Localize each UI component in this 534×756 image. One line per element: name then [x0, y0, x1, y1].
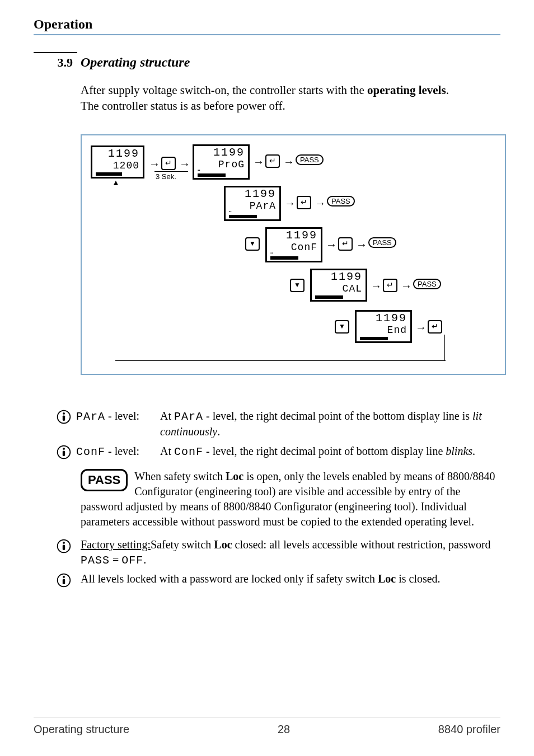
pass-pill: PASS — [413, 279, 441, 289]
info-label: PArA - level: — [76, 408, 160, 439]
pass-badge: PASS — [81, 469, 128, 491]
pass-pill: PASS — [368, 237, 396, 248]
footer-left: Operating structure — [34, 723, 129, 736]
lcd-line1: 1199 — [315, 271, 362, 283]
lcd-line2: CAL — [315, 284, 362, 294]
info-icon — [56, 571, 81, 588]
text: . — [472, 445, 475, 457]
intro-text: The controller status is as before power… — [81, 99, 285, 112]
svg-rect-5 — [63, 450, 65, 456]
pass-pill: PASS — [327, 196, 355, 206]
lcd-end: 1199 End — [355, 310, 412, 343]
intro-paragraph: After supply voltage switch-on, the cont… — [81, 82, 500, 114]
page-footer: Operating structure 28 8840 profiler — [34, 717, 500, 736]
section-number: 3.9 — [34, 52, 77, 70]
info-body: At ConF - level, the right decimal point… — [160, 444, 500, 460]
level-suffix: - level: — [105, 410, 139, 422]
info-icon — [56, 537, 81, 568]
arrow-right-icon: → — [179, 158, 190, 171]
locked-body: All levels locked with a password are lo… — [81, 571, 500, 588]
svg-point-1 — [63, 412, 65, 415]
arrow-right-icon: → — [284, 197, 296, 210]
down-button-icon: ▼ — [245, 237, 260, 251]
arrow-right-icon: → — [401, 280, 412, 293]
arrow-right-icon: → — [326, 238, 337, 251]
info-icon — [56, 408, 76, 439]
intro-text: After supply voltage switch-on, the cont… — [81, 83, 367, 97]
info-row-conf: ConF - level: At ConF - level, the right… — [56, 444, 500, 460]
svg-point-10 — [63, 575, 65, 577]
loc-bold: Loc — [226, 470, 243, 482]
arrow-right-icon: → — [356, 238, 367, 251]
enter-button-icon: ↵ — [297, 196, 311, 209]
text: . — [217, 425, 220, 438]
lcd-bar — [96, 172, 122, 176]
locked-row: All levels locked with a password are lo… — [56, 571, 500, 588]
arrow-right-icon: → — [315, 197, 326, 210]
lcd-line1: 1199 — [360, 313, 407, 324]
lcd-line2: End — [360, 325, 407, 335]
lcd-bar — [360, 337, 388, 340]
section-heading: 3.9 Operating structure — [34, 52, 500, 70]
code-para: PArA — [174, 410, 203, 423]
lcd-prog: 1199 ProG ▪▪ — [193, 144, 250, 180]
lcd-para: 1199 PArA ▪▪ — [224, 186, 281, 221]
footer-page-number: 28 — [278, 723, 290, 736]
svg-rect-8 — [63, 544, 65, 550]
enter-button-icon: ↵ — [161, 157, 176, 170]
footer-right: 8840 profiler — [438, 723, 500, 736]
text: At — [160, 410, 174, 422]
lcd-line2: 1200 — [96, 161, 139, 171]
pass-pill: PASS — [296, 154, 324, 165]
factory-body: Factory setting:Safety switch Loc closed… — [81, 537, 500, 568]
svg-rect-2 — [63, 415, 65, 421]
arrow-right-icon: → — [371, 280, 382, 293]
lcd-main: 1199 1200 — [91, 145, 144, 179]
arrow-right-icon: → — [149, 158, 160, 171]
lcd-line1: 1199 — [229, 189, 276, 200]
svg-point-4 — [63, 448, 65, 450]
factory-lead: Factory setting: — [81, 538, 151, 551]
info-label: ConF - level: — [76, 444, 160, 460]
text: When safety switch — [134, 470, 226, 482]
pass-code: PASS — [81, 554, 110, 567]
return-line — [115, 181, 116, 360]
off-code: OFF — [121, 554, 143, 567]
code-conf: ConF — [174, 445, 203, 458]
arrow-right-icon: → — [253, 156, 264, 168]
eq: = — [110, 553, 121, 566]
lcd-conf: 1199 ConF ▪▪ — [265, 227, 322, 262]
down-button-icon: ▼ — [335, 320, 349, 334]
section-title: Operating structure — [77, 55, 190, 70]
svg-rect-11 — [63, 579, 65, 584]
italic: blinks — [446, 445, 472, 457]
sek-label: 3 Sek. — [156, 172, 176, 181]
text: At — [160, 445, 174, 457]
svg-point-7 — [63, 541, 65, 543]
text: - level, the right decimal point of the … — [203, 410, 472, 422]
enter-button-icon: ↵ — [383, 279, 397, 292]
info-body: At PArA - level, the right decimal point… — [160, 408, 500, 439]
enter-button-icon: ↵ — [265, 154, 280, 168]
lcd-line1: 1199 — [270, 230, 317, 241]
code-para: PArA — [76, 410, 105, 423]
text: Safety switch — [151, 538, 214, 551]
arrow-right-icon: → — [415, 321, 427, 334]
level-suffix: - level: — [105, 445, 139, 457]
arrow-right-icon: → — [283, 156, 294, 168]
arrow-up-icon: ▲ — [112, 178, 120, 187]
lcd-bar — [198, 173, 226, 177]
text: is closed. — [396, 572, 440, 585]
return-line — [115, 360, 446, 361]
factory-row: Factory setting:Safety switch Loc closed… — [56, 537, 500, 568]
lcd-line1: 1199 — [96, 148, 139, 159]
loc-bold: Loc — [378, 572, 396, 585]
text: - level, the right decimal point of bott… — [203, 445, 446, 457]
down-button-icon: ▼ — [290, 279, 305, 292]
info-icon — [56, 444, 76, 460]
page-header: Operation — [34, 17, 500, 35]
lcd-cal: 1199 CAL — [310, 269, 367, 302]
lcd-bar — [315, 295, 343, 299]
pass-paragraph: PASS When safety switch Loc is open, onl… — [81, 469, 500, 529]
underline — [154, 171, 188, 172]
